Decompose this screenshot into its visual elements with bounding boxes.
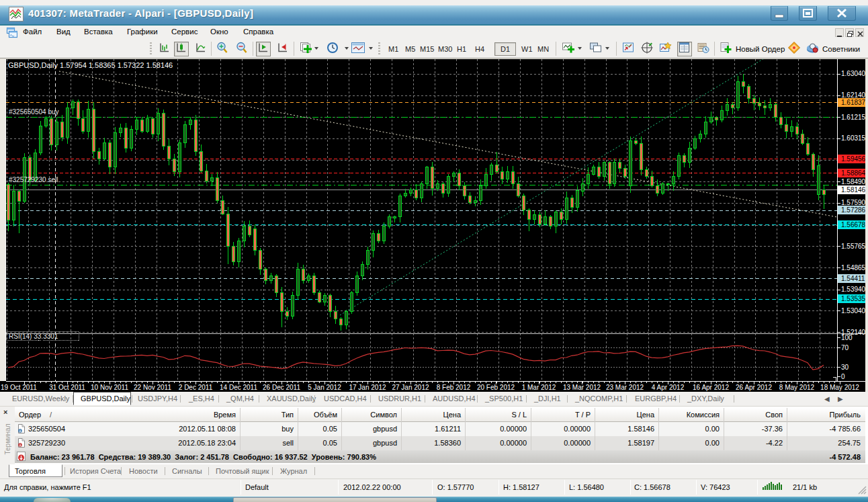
svg-text:19 Oct 2011: 19 Oct 2011: [1, 384, 37, 391]
svg-text:100: 100: [841, 334, 853, 341]
svg-text:#325729230 sell: #325729230 sell: [9, 176, 58, 183]
svg-text:1.57590: 1.57590: [841, 199, 866, 206]
svg-text:1.54865: 1.54865: [841, 264, 866, 271]
svg-text:31 Oct 2011: 31 Oct 2011: [49, 384, 85, 391]
svg-text:18 May 2012: 18 May 2012: [820, 384, 859, 391]
svg-text:1.53040: 1.53040: [841, 307, 866, 315]
svg-text:13 Mar 2012: 13 Mar 2012: [563, 384, 601, 391]
svg-text:0: 0: [841, 373, 845, 380]
svg-text:22 Nov 2011: 22 Nov 2011: [134, 384, 171, 391]
svg-text:1.56678: 1.56678: [841, 221, 866, 228]
svg-text:30: 30: [841, 364, 849, 371]
svg-text:1.61215: 1.61215: [841, 114, 866, 121]
svg-text:26 Apr 2012: 26 Apr 2012: [736, 384, 772, 391]
svg-text:GBPUSD,Daily 1.57954 1.58365: GBPUSD,Daily 1.57954 1.58365 1.57322 1.5…: [8, 61, 173, 69]
svg-text:8 May 2012: 8 May 2012: [779, 384, 815, 391]
svg-text:16 Apr 2012: 16 Apr 2012: [693, 384, 729, 391]
svg-text:70: 70: [841, 344, 849, 351]
svg-text:17 Jan 2012: 17 Jan 2012: [349, 384, 386, 391]
svg-text:1.62140: 1.62140: [841, 91, 866, 99]
svg-text:1.58490: 1.58490: [841, 178, 866, 185]
svg-text:10 Nov 2011: 10 Nov 2011: [91, 384, 128, 391]
svg-text:1.53535: 1.53535: [841, 295, 866, 302]
svg-text:#325650504 buy: #325650504 buy: [9, 108, 59, 116]
svg-text:1.61837: 1.61837: [841, 99, 866, 106]
svg-text:20 Feb 2012: 20 Feb 2012: [477, 384, 515, 391]
svg-text:23 Mar 2012: 23 Mar 2012: [606, 384, 644, 391]
svg-text:1.54411: 1.54411: [841, 275, 865, 282]
svg-text:1.55765: 1.55765: [841, 243, 866, 250]
svg-text:14 Dec 2011: 14 Dec 2011: [220, 384, 257, 391]
svg-text:1.59456: 1.59456: [841, 155, 866, 163]
svg-text:1.60315: 1.60315: [841, 134, 866, 142]
svg-text:2 Dec 2011: 2 Dec 2011: [179, 384, 213, 391]
svg-text:1 Mar 2012: 1 Mar 2012: [522, 384, 556, 391]
svg-text:8 Feb 2012: 8 Feb 2012: [437, 384, 471, 391]
svg-text:1.57286: 1.57286: [841, 206, 866, 214]
svg-text:4 Apr 2012: 4 Apr 2012: [652, 384, 685, 391]
svg-text:26 Dec 2011: 26 Dec 2011: [263, 384, 300, 391]
svg-text:1.58864: 1.58864: [841, 169, 866, 177]
svg-text:1.58146: 1.58146: [841, 186, 866, 194]
svg-text:RSI(14) 33.3301: RSI(14) 33.3301: [9, 333, 58, 340]
svg-text:1.53940: 1.53940: [841, 286, 866, 293]
svg-text:5 Jan 2012: 5 Jan 2012: [308, 384, 341, 391]
svg-text:1.63040: 1.63040: [841, 70, 866, 77]
svg-text:27 Jan 2012: 27 Jan 2012: [392, 384, 429, 391]
